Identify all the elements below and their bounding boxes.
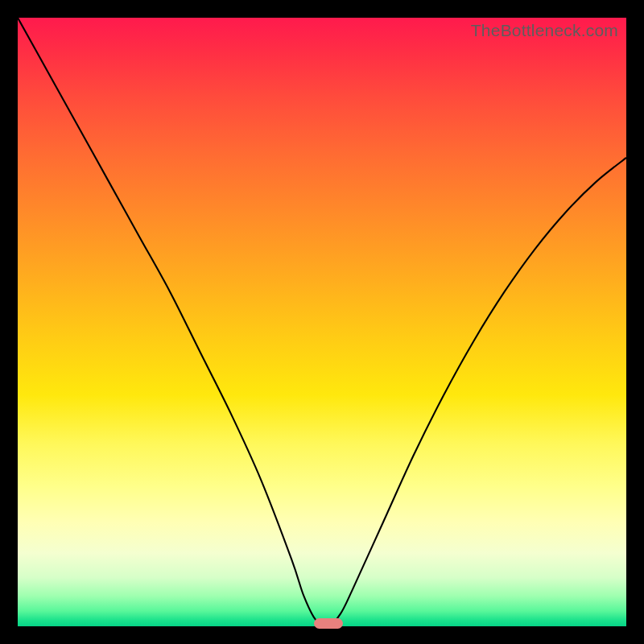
curve-path — [18, 18, 626, 626]
plot-area: TheBottleneck.com — [18, 18, 626, 626]
minimum-marker — [314, 618, 343, 629]
bottleneck-curve — [18, 18, 626, 626]
outer-frame: TheBottleneck.com — [0, 0, 644, 644]
